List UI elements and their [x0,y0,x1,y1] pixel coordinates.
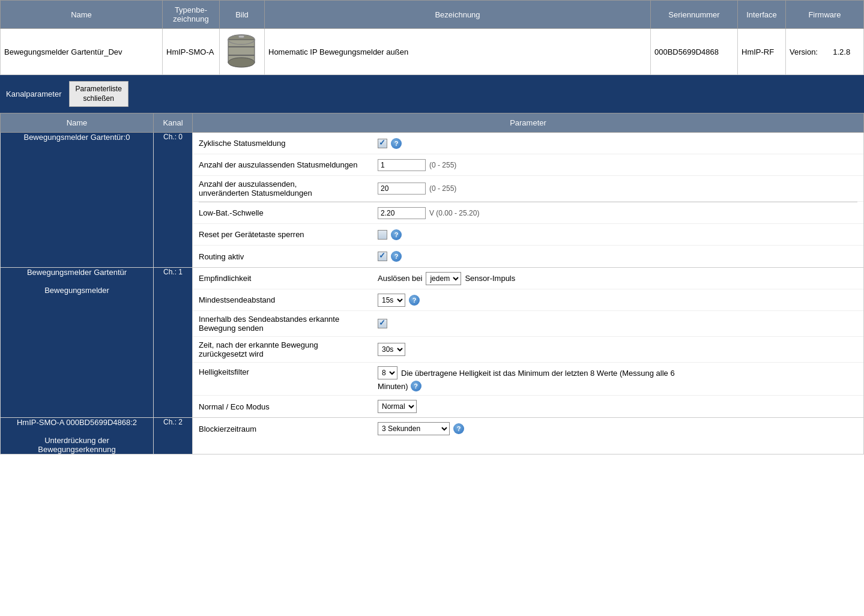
info-routing-icon[interactable]: ? [391,251,402,262]
checkbox-zyklische[interactable] [378,139,387,148]
checkbox-innerhalb[interactable] [378,319,387,328]
row2-name-text: HmIP-SMO-A 000BD5699D4868:2Unterdrückung… [17,418,137,454]
param-normal-eco: Normal / Eco Modus Normal [193,396,863,417]
col-name: Name [1,1,163,29]
col-type: Typenbe-zeichnung [163,1,220,29]
device-firmware: Version: 1.2.8 [786,29,864,75]
params-table: Name Kanal Parameter Bewegungsmelder Gar… [0,113,864,454]
range-anzahl2: (0 - 255) [429,184,456,193]
select-helligkeit[interactable]: 8 [378,366,397,379]
device-bezeichnung: Homematic IP Bewegungsmelder außen [265,29,651,75]
table-row: Bewegungsmelder Gartentür:0 Ch.: 0 Zykli… [1,133,864,268]
row2-name: HmIP-SMO-A 000BD5699D4868:2Unterdrückung… [1,418,154,454]
row1-name: Bewegungsmelder GartentürBewegungsmelder [1,268,154,418]
param-lowbat-value: V (0.00 - 25.20) [378,207,479,219]
select-empfindlichkeit[interactable]: jedem [426,272,461,285]
device-type: HmIP-SMO-A [163,29,220,75]
param-anzahl1-label: Anzahl der auszulassenden Statusmeldunge… [199,160,373,169]
param-blockier-value: 3 Sekunden ? [378,422,464,435]
info-helligkeit-icon[interactable]: ? [411,381,421,391]
select-blockier[interactable]: 3 Sekunden [378,422,450,435]
range-lowbat: V (0.00 - 25.20) [429,209,479,217]
info-reset-icon[interactable]: ? [391,229,402,240]
param-blockier-label: Blockierzeitraum [199,424,373,433]
param-anzahl2-value: (0 - 255) [378,183,456,195]
empfindlichkeit-prefix: Auslösen bei [378,274,422,283]
device-row: Bewegungsmelder Gartentür_Dev HmIP-SMO-A… [1,29,864,75]
kanalparameter-bar: Kanalparameter Parameterlisteschließen [0,75,864,113]
empfindlichkeit-suffix: Sensor-Impuls [465,274,515,283]
param-reset-label: Reset per Gerätetaste sperren [199,230,373,239]
param-empfindlichkeit-value: Auslösen bei jedem Sensor-Impuls [378,272,515,285]
row1-kanal: Ch.: 1 [154,268,193,418]
param-innerhalb: Innerhalb des Sendeabstandes erkannteBew… [193,311,863,337]
param-helligkeit: Helligkeitsfilter 8 Die übertragene Hell… [193,363,863,396]
row1-params: Empfindlichkeit Auslösen bei jedem Senso… [193,268,864,418]
param-blockier: Blockierzeitraum 3 Sekunden ? [193,418,863,439]
param-anzahl1-value: (0 - 255) [378,159,456,171]
params-col-name: Name [1,113,154,133]
param-anzahl1: Anzahl der auszulassenden Statusmeldunge… [193,154,863,176]
col-seriennummer: Seriennummer [651,1,738,29]
checkbox-routing[interactable] [378,252,387,261]
kanalparameter-label: Kanalparameter [6,89,62,98]
table-row: Bewegungsmelder GartentürBewegungsmelder… [1,268,864,418]
input-lowbat[interactable] [378,207,426,219]
param-innerhalb-value [378,319,387,328]
device-serial: 000BD5699D4868 [651,29,738,75]
param-empfindlichkeit-label: Empfindlichkeit [199,274,373,283]
info-zyklische-icon[interactable]: ? [391,138,402,149]
row2-kanal: Ch.: 2 [154,418,193,454]
param-reset-value: ? [378,229,402,240]
param-routing-label: Routing aktiv [199,252,373,261]
param-helligkeit-label: Helligkeitsfilter [199,366,373,376]
device-interface: HmIP-RF [738,29,786,75]
param-zeit-label: Zeit, nach der erkannte Bewegungzurückge… [199,340,373,358]
param-lowbat-label: Low-Bat.-Schwelle [199,208,373,217]
input-anzahl2[interactable] [378,183,426,195]
info-blockier-icon[interactable]: ? [453,423,464,434]
param-mindest-value: 15s ? [378,294,420,307]
param-zeit: Zeit, nach der erkannte Bewegungzurückge… [193,337,863,363]
param-normal-eco-value: Normal [378,400,417,413]
row2-kanal-text: Ch.: 2 [163,418,183,426]
param-zeit-value: 30s [378,343,405,356]
select-normal-eco[interactable]: Normal [378,400,417,413]
param-anzahl2: Anzahl der auszulassenden,unveränderten … [193,176,863,202]
row0-name: Bewegungsmelder Gartentür:0 [1,133,154,268]
info-mindest-icon[interactable]: ? [409,295,420,306]
device-name: Bewegungsmelder Gartentür_Dev [1,29,163,75]
table-row: HmIP-SMO-A 000BD5699D4868:2Unterdrückung… [1,418,864,454]
param-zyklische-value: ? [378,138,402,149]
params-col-parameter: Parameter [193,113,864,133]
param-empfindlichkeit: Empfindlichkeit Auslösen bei jedem Senso… [193,268,863,289]
select-mindest[interactable]: 15s [378,294,405,307]
param-mindest-label: Mindestsendeabstand [199,295,373,304]
svg-point-2 [228,58,255,67]
firmware-label: Version: [790,47,818,56]
row2-params: Blockierzeitraum 3 Sekunden ? [193,418,864,454]
checkbox-reset[interactable] [378,230,387,240]
param-reset: Reset per Gerätetaste sperren ? [193,224,863,246]
row0-params: Zyklische Statusmeldung ? Anzahl der aus… [193,133,864,268]
row0-kanal: Ch.: 0 [154,133,193,268]
param-anzahl2-label: Anzahl der auszulassenden,unveränderten … [199,180,373,198]
param-helligkeit-value: 8 Die übertragene Helligkeit ist das Min… [378,366,857,391]
param-routing-value: ? [378,251,402,262]
row1-name-text: Bewegungsmelder GartentürBewegungsmelder [27,268,127,295]
col-bezeichnung: Bezeichnung [265,1,651,29]
input-anzahl1[interactable] [378,159,426,171]
col-interface: Interface [738,1,786,29]
device-image-cell [220,29,265,75]
row0-kanal-text: Ch.: 0 [163,133,183,141]
param-zyklische-label: Zyklische Statusmeldung [199,139,373,148]
param-normal-eco-label: Normal / Eco Modus [199,402,373,411]
device-table: Name Typenbe-zeichnung Bild Bezeichnung … [0,0,864,75]
row1-kanal-text: Ch.: 1 [163,268,183,276]
select-zeit[interactable]: 30s [378,343,405,356]
parameterliste-schliessen-button[interactable]: Parameterlisteschließen [69,81,128,107]
row0-name-text: Bewegungsmelder Gartentür:0 [23,133,130,142]
device-image [223,34,259,70]
svg-rect-6 [238,35,244,38]
param-zyklische: Zyklische Statusmeldung ? [193,133,863,154]
